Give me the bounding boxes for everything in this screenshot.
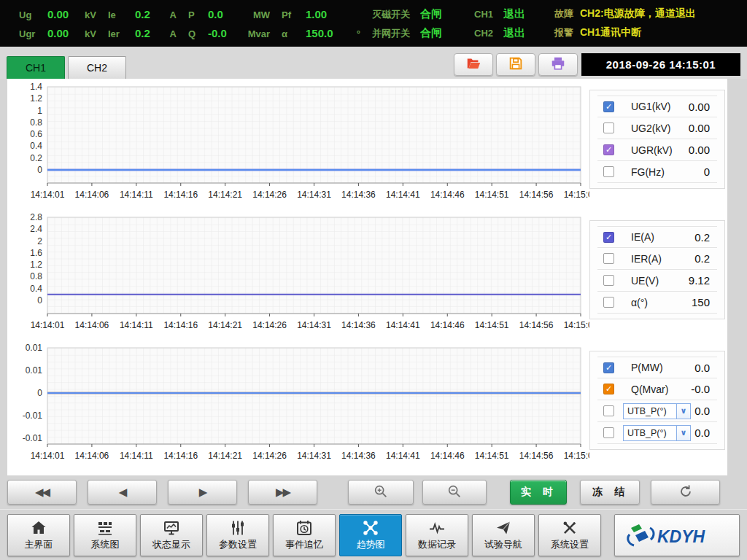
zoom-in-button[interactable] — [348, 480, 414, 505]
y-tick-label: 0 — [37, 165, 42, 175]
nav-item-status-display[interactable]: 状态显示 — [140, 514, 203, 556]
unchecked-checkbox[interactable] — [603, 405, 614, 416]
unchecked-checkbox[interactable] — [603, 427, 614, 438]
tab-ch2[interactable]: CH2 — [68, 56, 126, 79]
tools-icon — [561, 519, 578, 537]
nav-item-home[interactable]: 主界面 — [7, 514, 70, 556]
y-tick-label: 1 — [37, 106, 42, 116]
trend-chart-3: 0.010.010-0.01-0.0114:14:0114:14:0614:14… — [7, 342, 589, 470]
header-label: P — [188, 9, 201, 20]
x-tick-label: 14:14:31 — [297, 190, 331, 200]
checked-checkbox[interactable]: ✓ — [603, 362, 614, 373]
save-icon — [508, 55, 524, 74]
unchecked-checkbox[interactable] — [603, 297, 614, 308]
checked-checkbox[interactable]: ✓ — [603, 232, 614, 243]
unchecked-checkbox[interactable] — [603, 122, 614, 133]
y-tick-label: 0 — [37, 388, 42, 398]
chart-section-3: 0.010.010-0.01-0.0114:14:0114:14:0614:14… — [7, 342, 727, 472]
header-value: 合闸 — [420, 7, 442, 21]
legend-signal-label: P(MW) — [631, 362, 663, 373]
x-tick-label: 14:14:26 — [252, 451, 287, 461]
zoom-out-icon — [446, 483, 462, 502]
rewind-button[interactable]: ◀◀ — [7, 480, 77, 505]
channel-tabs: CH1CH2 — [7, 56, 129, 79]
legend-signal-label: UG1(kV) — [631, 101, 670, 112]
home-icon — [30, 519, 47, 537]
nav-item-system-diagram[interactable]: 系统图 — [74, 514, 136, 556]
header-measure-cell: Pf1.00 — [282, 8, 372, 20]
checked-checkbox[interactable]: ✓ — [603, 101, 614, 112]
trend-charts-area: 1.41.210.80.60.40.2014:14:0114:14:0614:1… — [7, 79, 727, 475]
legend-row: UTB_P(°)∨0.0 — [597, 422, 717, 444]
x-tick-label: 14:15:01 — [564, 190, 589, 200]
header-status-cell: CH1退出 — [474, 7, 554, 21]
telemetry-row-1: Ug0.00kVIe0.2AP0.0MWPf1.00灭磁开关合闸CH1退出故障C… — [19, 5, 747, 23]
header-value: CH2:电源故障，通道退出 — [580, 7, 696, 20]
legend-signal-value: 0.00 — [689, 122, 717, 134]
header-label: Ug — [19, 9, 41, 20]
dropdown-selected-label: UTB_P(°) — [624, 428, 676, 438]
unchecked-checkbox[interactable] — [603, 253, 614, 264]
nav-item-label: 系统图 — [91, 538, 120, 551]
header-unit: MW — [253, 9, 270, 20]
checked-checkbox[interactable]: ✓ — [603, 384, 614, 394]
x-tick-label: 14:14:11 — [120, 190, 153, 200]
open-file-icon — [465, 55, 481, 74]
header-measure-cell: P0.0MW — [188, 8, 282, 20]
header-value: 0.0 — [208, 8, 223, 20]
header-label: Ie — [108, 9, 128, 20]
legend-row: ✓UG1(kV)0.00 — [597, 96, 717, 117]
nav-item-data-record[interactable]: 数据记录 — [406, 514, 468, 556]
step-back-button[interactable]: ◀ — [88, 480, 157, 505]
save-button[interactable] — [496, 53, 535, 76]
x-tick-label: 14:14:46 — [430, 451, 465, 461]
header-label: CH2 — [474, 28, 493, 39]
legend-row: UE(V)9.12 — [597, 270, 717, 292]
nav-item-trend-chart[interactable]: 趋势图 — [339, 514, 402, 556]
y-tick-label: 0.2 — [30, 153, 42, 163]
header-value: 合闸 — [420, 26, 442, 40]
step-forward-button[interactable]: ▶ — [168, 480, 237, 505]
nav-item-system-settings[interactable]: 系统设置 — [538, 514, 601, 556]
header-status-cell: CH2退出 — [474, 26, 554, 40]
playback-controls: ◀◀◀▶▶▶实 时冻 结 — [0, 475, 747, 509]
header-unit: kV — [85, 9, 96, 20]
refresh-button[interactable] — [651, 480, 720, 505]
signal-select-dropdown[interactable]: UTB_P(°)∨ — [623, 403, 691, 419]
nav-item-param-settings[interactable]: 参数设置 — [206, 514, 269, 556]
x-tick-label: 14:14:31 — [297, 451, 331, 461]
header-unit: kV — [85, 28, 96, 39]
freeze-button[interactable]: 冻 结 — [580, 480, 640, 505]
header-measure-cell: Ug0.00kV — [19, 8, 108, 20]
y-tick-label: 1.6 — [30, 248, 42, 258]
unchecked-checkbox[interactable] — [603, 275, 614, 286]
unchecked-checkbox[interactable] — [603, 166, 614, 177]
y-tick-label: 2.4 — [30, 224, 42, 234]
header-measure-cell: Ier0.2A — [108, 27, 188, 39]
legend-signal-label: α(°) — [631, 297, 648, 308]
nav-item-test-nav[interactable]: 试验导航 — [472, 514, 535, 556]
zoom-out-button[interactable] — [422, 480, 487, 505]
fast-forward-button[interactable]: ▶▶ — [248, 480, 317, 505]
y-tick-label: 0.8 — [30, 117, 42, 128]
y-tick-label: 0.8 — [30, 271, 42, 281]
print-button[interactable] — [538, 53, 578, 76]
x-tick-label: 14:14:11 — [120, 320, 153, 330]
chevron-down-icon: ∨ — [676, 404, 690, 419]
legend-panel-1: ✓UG1(kV)0.00UG2(kV)0.00✓UGR(kV)0.00FG(Hz… — [589, 90, 725, 189]
open-file-button[interactable] — [454, 53, 493, 76]
checked-checkbox[interactable]: ✓ — [603, 144, 614, 155]
legend-signal-label: Q(Mvar) — [631, 384, 668, 395]
header-value: 0.00 — [47, 27, 69, 39]
x-tick-label: 14:14:01 — [31, 451, 65, 461]
x-tick-label: 14:14:56 — [519, 451, 554, 461]
nav-item-event-recall[interactable]: 事件追忆 — [273, 514, 336, 556]
y-tick-label: 2 — [37, 236, 42, 246]
tab-ch1[interactable]: CH1 — [7, 56, 65, 79]
x-tick-label: 14:14:56 — [519, 320, 554, 330]
x-tick-label: 14:14:06 — [75, 190, 109, 200]
header-label: 报警 — [554, 26, 573, 39]
header-label: CH1 — [474, 9, 493, 20]
realtime-button[interactable]: 实 时 — [510, 480, 567, 505]
signal-select-dropdown[interactable]: UTB_P(°)∨ — [623, 425, 691, 441]
